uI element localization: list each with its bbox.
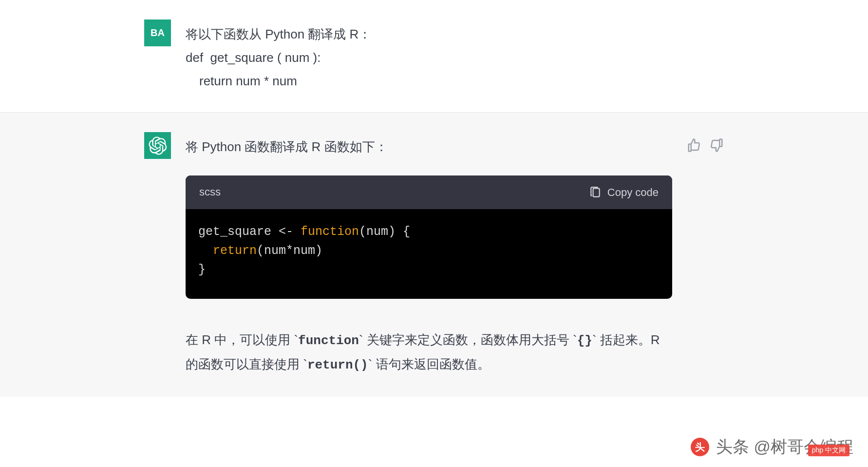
message-inner: BA 将以下函数从 Python 翻译成 R： def get_square (… — [93, 19, 775, 93]
copy-code-button[interactable]: Copy code — [589, 186, 659, 199]
clipboard-icon — [589, 186, 602, 199]
code-language-label: scss — [199, 182, 221, 202]
user-message-content: 将以下函数从 Python 翻译成 R： def get_square ( nu… — [186, 19, 724, 93]
user-line-3: return num * num — [186, 69, 724, 93]
explanation-text: ` 语句来返回函数值。 — [368, 357, 490, 371]
message-inner: 将 Python 函数翻译成 R 函数如下： scss Copy code ge… — [93, 132, 775, 377]
code-block: scss Copy code get_square <- function(nu… — [186, 175, 672, 299]
assistant-intro: 将 Python 函数翻译成 R 函数如下： — [186, 135, 672, 158]
thumbs-up-button[interactable] — [687, 138, 701, 153]
copy-code-label: Copy code — [607, 186, 659, 199]
assistant-message: 将 Python 函数翻译成 R 函数如下： scss Copy code ge… — [0, 113, 868, 396]
thumbs-down-button[interactable] — [709, 138, 724, 153]
svg-rect-0 — [593, 188, 599, 196]
assistant-message-content: 将 Python 函数翻译成 R 函数如下： scss Copy code ge… — [186, 132, 672, 377]
user-line-1: 将以下函数从 Python 翻译成 R： — [186, 22, 724, 46]
code-text: (num*num) — [257, 244, 322, 258]
user-line-2: def get_square ( num ): — [186, 46, 724, 69]
feedback-buttons — [687, 132, 724, 377]
user-message: BA 将以下函数从 Python 翻译成 R： def get_square (… — [0, 0, 868, 113]
inline-code: return() — [307, 358, 368, 372]
code-indent — [198, 244, 213, 258]
code-text: (num) { — [359, 225, 410, 239]
code-text: get_square <- — [198, 225, 301, 239]
thumbs-up-icon — [687, 138, 701, 153]
avatar-label: BA — [151, 27, 165, 39]
openai-logo-icon — [149, 136, 167, 155]
user-avatar: BA — [144, 19, 171, 46]
code-header: scss Copy code — [186, 175, 672, 209]
inline-code: {} — [577, 333, 592, 348]
explanation: 在 R 中，可以使用 `function` 关键字来定义函数，函数体用大括号 `… — [186, 328, 672, 377]
code-keyword: return — [213, 244, 257, 258]
explanation-text: 在 R 中，可以使用 ` — [186, 332, 298, 347]
code-body: get_square <- function(num) { return(num… — [186, 209, 672, 299]
code-keyword: function — [301, 225, 359, 239]
thumbs-down-icon — [709, 138, 724, 153]
explanation-text: ` 关键字来定义函数，函数体用大括号 ` — [359, 332, 577, 347]
inline-code: function — [298, 333, 359, 348]
code-text: } — [198, 263, 206, 277]
assistant-avatar — [144, 132, 171, 159]
